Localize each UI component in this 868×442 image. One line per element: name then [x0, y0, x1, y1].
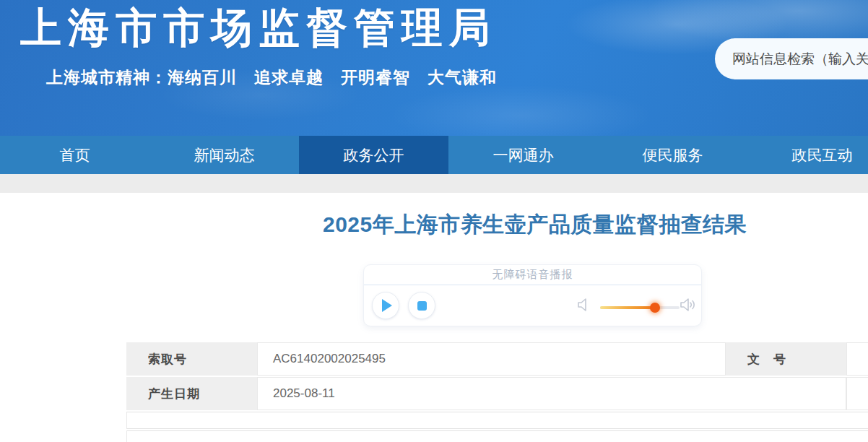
nav-item-gov-disclosure[interactable]: 政务公开 — [299, 136, 448, 174]
volume-slider[interactable] — [600, 306, 680, 309]
table-empty-row — [126, 412, 868, 429]
document-number-value — [846, 342, 868, 376]
site-banner: 上海市市场监督管理局 上海城市精神：海纳百川 追求卓越 开明睿智 大气谦和 — [0, 0, 868, 136]
stop-button[interactable] — [408, 292, 435, 319]
document-info-table: 索取号 AC61402002025495 文 号 产生日期 2025-08-11 — [126, 342, 868, 412]
stop-icon — [417, 301, 427, 311]
nav-item-public-service[interactable]: 便民服务 — [598, 136, 747, 174]
play-button[interactable] — [372, 292, 399, 319]
nav-item-news[interactable]: 新闻动态 — [149, 136, 299, 174]
index-number-value: AC61402002025495 — [257, 342, 726, 376]
city-spirit-slogan: 上海城市精神：海纳百川 追求卓越 开明睿智 大气谦和 — [46, 66, 497, 89]
play-icon — [382, 299, 392, 312]
page-title: 2025年上海市养生壶产品质量监督抽查结果 — [323, 210, 747, 240]
table-empty-row — [126, 430, 868, 442]
site-search-box[interactable] — [715, 38, 868, 79]
volume-high-icon[interactable] — [680, 297, 697, 313]
index-number-label: 索取号 — [126, 342, 257, 376]
volume-slider-thumb[interactable] — [650, 303, 660, 313]
document-number-label: 文 号 — [726, 342, 846, 376]
audio-player-title: 无障碍语音播报 — [492, 268, 573, 282]
volume-low-icon[interactable] — [577, 297, 590, 313]
table-row: 产生日期 2025-08-11 — [126, 377, 868, 410]
nav-sub-strip — [0, 174, 868, 193]
volume-slider-fill — [600, 306, 655, 309]
nav-item-interaction[interactable]: 政民互动 — [747, 136, 868, 174]
page: 上海市市场监督管理局 上海城市精神：海纳百川 追求卓越 开明睿智 大气谦和 首页… — [0, 0, 868, 442]
audio-player-header: 无障碍语音播报 — [364, 265, 701, 285]
issue-date-extra-cell — [846, 377, 868, 410]
search-input[interactable] — [715, 51, 868, 67]
table-row: 索取号 AC61402002025495 文 号 — [126, 342, 868, 376]
accessibility-audio-player: 无障碍语音播报 — [363, 264, 702, 326]
issue-date-value: 2025-08-11 — [257, 377, 846, 410]
main-nav: 首页 新闻动态 政务公开 一网通办 便民服务 政民互动 — [0, 136, 868, 174]
site-title: 上海市市场监督管理局 — [20, 0, 497, 55]
audio-player-controls — [364, 285, 701, 326]
issue-date-label: 产生日期 — [126, 377, 257, 410]
nav-item-home[interactable]: 首页 — [0, 136, 149, 174]
nav-item-one-stop-service[interactable]: 一网通办 — [448, 136, 598, 174]
